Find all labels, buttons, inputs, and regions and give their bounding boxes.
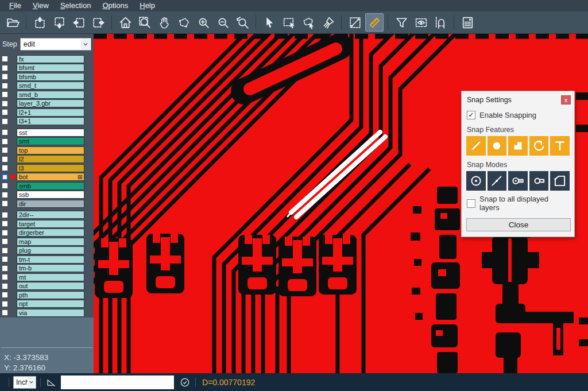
layer-name-field[interactable]: l3 [17,164,84,172]
units-select[interactable]: Inch [13,376,36,389]
snap-corner-button[interactable] [550,171,570,191]
close-button[interactable]: Close [466,218,571,231]
view-area-down-button[interactable] [50,13,68,32]
angle-mode-icon[interactable] [45,376,57,389]
layer-name-field[interactable]: 2dir-- [17,211,84,219]
layer-visibility-checkbox[interactable] [2,220,8,227]
layer-visibility-checkbox[interactable] [2,109,8,115]
display-options-button[interactable] [412,13,430,32]
zoom-window-button[interactable] [136,13,154,32]
snap-lines-button[interactable] [466,136,486,156]
layer-visibility-checkbox[interactable] [2,138,8,145]
step-select[interactable]: edit [20,38,91,51]
select-polygon-button[interactable] [299,13,318,32]
layer-name-field[interactable]: smt [17,137,84,145]
view-area-left-button[interactable] [69,13,88,32]
layer-visibility-checkbox[interactable] [2,83,8,89]
layer-visibility-checkbox[interactable] [2,283,8,289]
layer-name-field[interactable]: via [17,309,84,317]
layer-name-field[interactable]: bot⊞ [17,173,84,181]
layer-name-field[interactable]: l3+1 [17,117,84,125]
layer-visibility-checkbox[interactable] [2,100,8,107]
select-rectangle-button[interactable] [280,13,298,32]
close-icon[interactable]: x [561,95,571,104]
snap-midpoint-button[interactable] [488,171,507,191]
menu-file[interactable]: File [3,0,27,11]
layer-name-field[interactable]: smd_b [17,91,84,99]
snap-pad-origin-button[interactable] [508,171,528,191]
filter-button[interactable] [392,13,411,32]
layer-visibility-checkbox[interactable] [2,230,8,236]
layer-visibility-checkbox[interactable] [2,256,8,262]
layer-visibility-checkbox[interactable] [2,274,8,280]
layer-name-field[interactable]: bfsmb [17,73,84,81]
layer-visibility-checkbox[interactable] [2,174,8,180]
enable-snapping-checkbox[interactable]: ✓ [467,111,475,119]
snap-surfaces-button[interactable] [508,136,528,156]
layer-name-field[interactable]: dirgerber [17,229,84,237]
layer-visibility-checkbox[interactable] [2,238,8,245]
layer-visibility-checkbox[interactable] [2,183,8,189]
layer-visibility-checkbox[interactable] [2,118,8,125]
layer-visibility-checkbox[interactable] [2,156,8,162]
history-icon[interactable] [179,376,191,389]
view-area-right-button[interactable] [89,13,107,32]
layer-name-field[interactable]: map [17,238,84,246]
layer-name-field[interactable]: target [17,220,84,228]
select-pointer-button[interactable] [260,13,278,32]
layer-name-field[interactable]: l2 [17,155,84,163]
layer-name-field[interactable]: ssb [17,191,84,199]
open-folder-button[interactable] [3,13,22,32]
layer-name-field[interactable]: pth [17,291,84,299]
layer-visibility-checkbox[interactable] [2,56,8,62]
layer-visibility-checkbox[interactable] [2,147,8,153]
layer-visibility-checkbox[interactable] [2,292,8,298]
menu-options[interactable]: Options [96,0,134,11]
snap-magnet-button[interactable] [431,13,450,32]
layer-name-field[interactable]: l2+1 [17,109,84,117]
layer-name-field[interactable]: dir [17,200,84,208]
layer-name-field[interactable]: smd_t [17,82,84,90]
layer-name-field[interactable]: mt [17,273,84,281]
layer-name-field[interactable]: tm-b [17,264,84,272]
layer-name-field[interactable]: tm-t [17,255,84,264]
menu-selection[interactable]: Selection [55,0,96,11]
zoom-in-button[interactable] [194,13,212,32]
snap-pad-outline-button[interactable] [529,171,549,191]
layer-name-field[interactable]: bfsmt [17,64,84,72]
layer-visibility-checkbox[interactable] [2,129,8,136]
layer-visibility-checkbox[interactable] [2,301,8,307]
pan-hand-button[interactable] [155,13,173,32]
layer-name-field[interactable]: layer_3.gbr [17,99,84,107]
layer-name-field[interactable]: npt [17,300,84,308]
command-input[interactable] [61,375,174,389]
report-list-button[interactable] [458,13,477,32]
zoom-out-button[interactable] [214,13,232,32]
layer-visibility-checkbox[interactable] [2,212,8,218]
layer-visibility-checkbox[interactable] [2,192,8,198]
layer-name-field[interactable]: fx [17,55,84,63]
home-view-button[interactable] [116,13,134,32]
layer-name-field[interactable]: sst [17,129,84,137]
layer-visibility-checkbox[interactable] [2,247,8,254]
layer-visibility-checkbox[interactable] [2,200,8,207]
zoom-previous-button[interactable] [233,13,252,32]
layer-visibility-checkbox[interactable] [2,91,8,98]
cleanup-brush-button[interactable] [319,13,337,32]
layer-name-field[interactable]: top [17,146,84,154]
snap-pads-button[interactable] [488,136,507,156]
grid-icon[interactable]: ⊞ [78,174,83,180]
layer-name-field[interactable]: plug [17,246,84,254]
menu-view[interactable]: View [27,0,55,11]
layer-visibility-checkbox[interactable] [2,309,8,316]
view-area-up-button[interactable] [30,13,49,32]
zoom-selection-button[interactable] [175,13,193,32]
measure-points-button[interactable] [346,13,364,32]
layer-name-field[interactable]: out [17,282,84,290]
menu-help[interactable]: Help [134,0,161,11]
snap-center-button[interactable] [466,171,486,191]
snap-all-layers-checkbox[interactable] [467,199,475,208]
layer-visibility-checkbox[interactable] [2,73,8,80]
layer-visibility-checkbox[interactable] [2,165,8,171]
snap-text-button[interactable] [550,136,570,156]
